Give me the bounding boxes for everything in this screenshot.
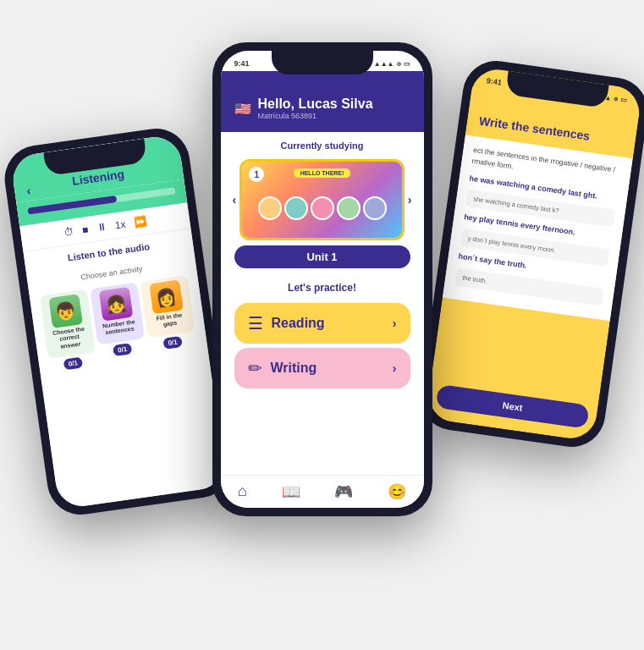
left-phone: ‹ Listening ⏱ ■ ⏸ 1x ⏩ Listen to the aud… <box>0 124 236 519</box>
header-text: Hello, Lucas Silva Matrícula 563891 <box>258 96 373 120</box>
greeting-text: Hello, Lucas Silva <box>258 96 373 112</box>
left-phone-inner: ‹ Listening ⏱ ■ ⏸ 1x ⏩ Listen to the aud… <box>10 134 228 510</box>
reading-icon: ☰ <box>248 313 263 333</box>
center-battery-icon: ▭ <box>404 60 410 68</box>
hello-badge: HELLO THERE! <box>294 168 351 178</box>
center-screen: 9:41 ▲▲▲ ⌾ ▭ 🇺🇸 Hello, Lucas Silva Matrí… <box>221 51 424 508</box>
writing-arrow-icon: › <box>393 361 397 375</box>
progress-bar-fill <box>27 196 117 215</box>
carousel-wrapper: ‹ 1 HELLO THERE! <box>221 159 424 240</box>
currently-studying-label: Currently studying <box>221 132 424 159</box>
activity-card-purple: 👧 Number the sentences <box>90 283 145 345</box>
center-header: 🇺🇸 Hello, Lucas Silva Matrícula 563891 <box>221 71 424 132</box>
center-status-icons: ▲▲▲ ⌾ ▭ <box>374 60 410 68</box>
left-screen: ‹ Listening ⏱ ■ ⏸ 1x ⏩ Listen to the aud… <box>10 134 228 510</box>
matricula-text: Matrícula 563891 <box>258 112 373 120</box>
reading-button[interactable]: ☰ Reading › <box>234 303 410 344</box>
lets-practice-label: Let's practice! <box>221 273 424 299</box>
unit-label: Unit 1 <box>234 245 410 268</box>
reading-label: Reading <box>272 316 384 331</box>
activity-card-fill[interactable]: 👩 Fill in the gaps 0/1 <box>140 275 198 358</box>
right-wifi-icon: ⌾ <box>614 95 619 103</box>
kids-photo: 1 HELLO THERE! <box>242 162 402 238</box>
person-orange-icon: 👩 <box>149 280 184 315</box>
center-phone: 9:41 ▲▲▲ ⌾ ▭ 🇺🇸 Hello, Lucas Silva Matrí… <box>212 42 432 516</box>
right-screen: 9:41 ▲▲▲ ⌾ ▭ Write the sentences ect the… <box>426 66 643 442</box>
activity-number-score: 0/1 <box>113 343 132 356</box>
reading-arrow-icon: › <box>393 317 397 330</box>
activity-card-number[interactable]: 👧 Number the sentences 0/1 <box>90 283 147 366</box>
center-wifi-icon: ⌾ <box>397 60 401 68</box>
right-phone: 9:41 ▲▲▲ ⌾ ▭ Write the sentences ect the… <box>416 57 644 451</box>
carousel-right-arrow[interactable]: › <box>408 193 412 207</box>
writing-button[interactable]: ✏ Writing › <box>234 348 410 388</box>
nav-game-icon[interactable]: 🎮 <box>334 482 353 501</box>
right-phone-inner: 9:41 ▲▲▲ ⌾ ▭ Write the sentences ect the… <box>426 66 643 442</box>
writing-label: Writing <box>271 361 384 376</box>
scene: ‹ Listening ⏱ ■ ⏸ 1x ⏩ Listen to the aud… <box>0 0 644 650</box>
activity-fill-score: 0/1 <box>163 336 183 350</box>
carousel-main-card: 1 HELLO THERE! <box>239 159 405 240</box>
activity-card-orange: 👩 Fill in the gaps <box>140 275 195 338</box>
right-battery-icon: ▭ <box>620 96 628 104</box>
carousel-left-arrow[interactable]: ‹ <box>233 193 237 207</box>
activity-card-green: 👦 Choose the correct answer <box>40 289 96 359</box>
stop-icon[interactable]: ■ <box>81 223 89 236</box>
activity-fill-title: Fill in the gaps <box>149 311 191 330</box>
right-next-button[interactable]: Next <box>436 384 590 429</box>
writing-icon: ✏ <box>248 358 262 378</box>
nav-home-icon[interactable]: ⌂ <box>238 482 247 501</box>
right-content: ect the sentences in the rrogative / neg… <box>443 135 633 322</box>
speed-label[interactable]: 1x <box>114 218 127 232</box>
bottom-nav: ⌂ 📖 🎮 😊 <box>221 475 424 508</box>
right-time: 9:41 <box>486 76 502 86</box>
flag-icon: 🇺🇸 <box>234 101 251 117</box>
center-time: 9:41 <box>234 59 250 68</box>
activity-number-title: Number the sentences <box>98 318 140 338</box>
activity-choose-score: 0/1 <box>63 357 83 371</box>
unit-number-badge: 1 <box>249 167 264 182</box>
person-green-icon: 👦 <box>48 294 83 328</box>
center-phone-notch <box>272 51 373 74</box>
forward-icon[interactable]: ⏩ <box>133 215 147 229</box>
timer-icon[interactable]: ⏱ <box>63 225 74 239</box>
person-purple-icon: 👧 <box>99 287 134 322</box>
activity-card-choose[interactable]: 👦 Choose the correct answer 0/1 <box>40 289 97 372</box>
center-phone-inner: 9:41 ▲▲▲ ⌾ ▭ 🇺🇸 Hello, Lucas Silva Matrí… <box>221 51 424 508</box>
pause-icon[interactable]: ⏸ <box>96 221 107 234</box>
nav-book-icon[interactable]: 📖 <box>282 482 300 501</box>
activity-choose-title: Choose the correct answer <box>48 325 91 352</box>
center-signal-icon: ▲▲▲ <box>374 60 394 68</box>
nav-emoji-icon[interactable]: 😊 <box>388 482 406 501</box>
